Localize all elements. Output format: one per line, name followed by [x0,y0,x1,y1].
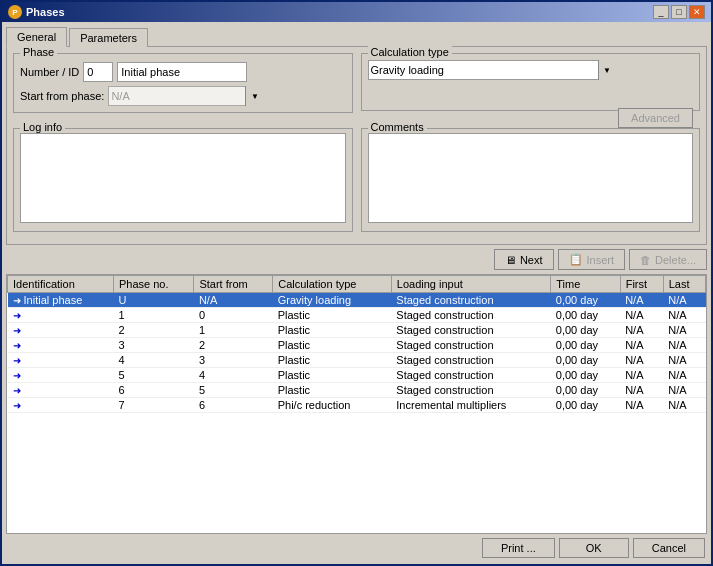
comments-textarea[interactable] [368,133,694,223]
cell-time: 0,00 day [551,383,620,398]
col-loading-input: Loading input [391,276,551,293]
cell-start-from: 0 [194,308,273,323]
cell-loading-input: Staged construction [391,353,551,368]
next-button[interactable]: 🖥 Next [494,249,554,270]
col-phase-no: Phase no. [113,276,193,293]
cell-id: ➜ Initial phase [8,293,114,308]
phase-group: Phase Number / ID Start from phase: N/A [13,53,353,113]
calc-type-select[interactable]: Gravity loading Plastic analysis Consoli… [368,60,616,80]
col-start-from: Start from [194,276,273,293]
cell-first: N/A [620,323,663,338]
phase-number-input[interactable] [83,62,113,82]
cell-first: N/A [620,308,663,323]
cell-time: 0,00 day [551,293,620,308]
row-arrow-icon: ➜ [13,295,21,306]
cell-loading-input: Staged construction [391,368,551,383]
print-button[interactable]: Print ... [482,538,555,558]
log-comments-row: Log info Comments [13,128,700,238]
minimize-button[interactable]: _ [653,5,669,19]
next-icon: 🖥 [505,254,516,266]
cell-calc-type: Plastic [273,323,392,338]
log-group-title: Log info [20,121,65,133]
phase-section: Phase Number / ID Start from phase: N/A [13,53,353,128]
cell-calc-type: Plastic [273,338,392,353]
table-row[interactable]: ➜ 7 6 Phi/c reduction Incremental multip… [8,398,706,413]
cell-loading-input: Staged construction [391,338,551,353]
advanced-button[interactable]: Advanced [618,108,693,128]
cell-phase-no: 5 [113,368,193,383]
cell-start-from: 4 [194,368,273,383]
col-time: Time [551,276,620,293]
col-last: Last [663,276,705,293]
number-id-label: Number / ID [20,66,79,78]
cell-id: ➜ [8,308,114,323]
cell-phase-no: U [113,293,193,308]
phase-name-input[interactable] [117,62,247,82]
calculation-group: Calculation type Gravity loading Plastic… [361,53,701,111]
window-title: Phases [26,6,65,18]
maximize-button[interactable]: □ [671,5,687,19]
cell-last: N/A [663,293,705,308]
table-row[interactable]: ➜ 3 2 Plastic Staged construction 0,00 d… [8,338,706,353]
delete-icon: 🗑 [640,254,651,266]
tab-general[interactable]: General [6,27,67,47]
log-textarea[interactable] [20,133,346,223]
cell-id: ➜ [8,338,114,353]
cell-start-from: N/A [194,293,273,308]
tab-bar: General Parameters [6,26,707,46]
delete-label: Delete... [655,254,696,266]
table-row[interactable]: ➜ Initial phase U N/A Gravity loading St… [8,293,706,308]
cell-time: 0,00 day [551,323,620,338]
phases-table-wrapper: Identification Phase no. Start from Calc… [6,274,707,534]
table-row[interactable]: ➜ 1 0 Plastic Staged construction 0,00 d… [8,308,706,323]
cell-id: ➜ [8,353,114,368]
table-row[interactable]: ➜ 6 5 Plastic Staged construction 0,00 d… [8,383,706,398]
cell-phase-no: 6 [113,383,193,398]
action-bar: 🖥 Next 📋 Insert 🗑 Delete... [6,245,707,274]
table-body: ➜ Initial phase U N/A Gravity loading St… [8,293,706,413]
cancel-button[interactable]: Cancel [633,538,705,558]
comments-group-title: Comments [368,121,427,133]
row-arrow-icon: ➜ [13,400,21,411]
cell-last: N/A [663,383,705,398]
start-from-select[interactable]: N/A [108,86,263,106]
cell-calc-type: Plastic [273,308,392,323]
cell-phase-no: 4 [113,353,193,368]
insert-button[interactable]: 📋 Insert [558,249,626,270]
table-row[interactable]: ➜ 5 4 Plastic Staged construction 0,00 d… [8,368,706,383]
next-label: Next [520,254,543,266]
insert-label: Insert [587,254,615,266]
cell-phase-no: 1 [113,308,193,323]
cell-time: 0,00 day [551,368,620,383]
row-arrow-icon: ➜ [13,385,21,396]
tab-parameters[interactable]: Parameters [69,28,148,47]
cell-last: N/A [663,353,705,368]
cell-loading-input: Incremental multipliers [391,398,551,413]
table-row[interactable]: ➜ 4 3 Plastic Staged construction 0,00 d… [8,353,706,368]
cell-last: N/A [663,308,705,323]
cell-first: N/A [620,293,663,308]
window-icon: P [8,5,22,19]
cell-calc-type: Phi/c reduction [273,398,392,413]
row-arrow-icon: ➜ [13,310,21,321]
cell-first: N/A [620,353,663,368]
delete-button[interactable]: 🗑 Delete... [629,249,707,270]
form-top-row: Phase Number / ID Start from phase: N/A [13,53,700,128]
close-button[interactable]: ✕ [689,5,705,19]
comments-group-box: Comments [361,128,701,232]
cell-time: 0,00 day [551,308,620,323]
main-window: P Phases _ □ ✕ General Parameters Phase [0,0,713,566]
phase-group-title: Phase [20,46,57,58]
cell-last: N/A [663,323,705,338]
table-row[interactable]: ➜ 2 1 Plastic Staged construction 0,00 d… [8,323,706,338]
phases-table: Identification Phase no. Start from Calc… [7,275,706,413]
cell-calc-type: Gravity loading [273,293,392,308]
cell-calc-type: Plastic [273,383,392,398]
row-arrow-icon: ➜ [13,370,21,381]
cell-calc-type: Plastic [273,368,392,383]
ok-button[interactable]: OK [559,538,629,558]
titlebar: P Phases _ □ ✕ [2,2,711,22]
titlebar-controls: _ □ ✕ [653,5,705,19]
number-id-row: Number / ID [20,62,346,82]
col-first: First [620,276,663,293]
